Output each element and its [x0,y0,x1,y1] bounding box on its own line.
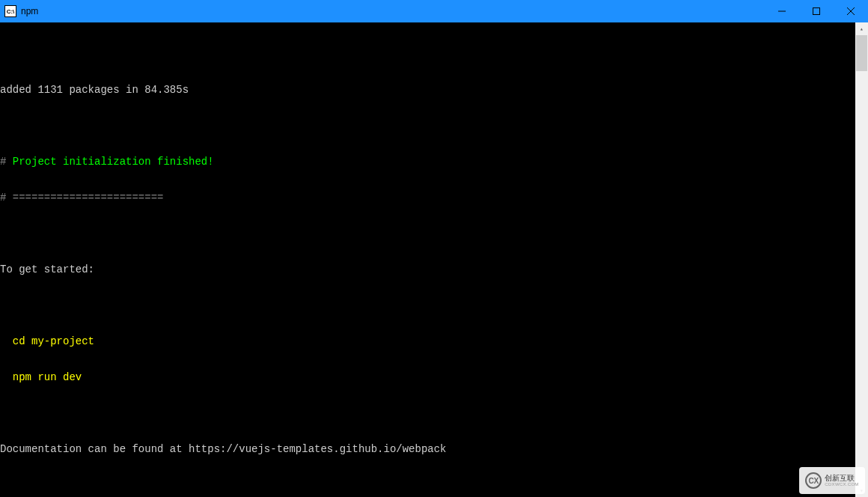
output-line [0,228,855,240]
output-line: # ======================== [0,192,855,204]
output-line: # Project initialization finished! [0,156,855,168]
vertical-scrollbar[interactable]: ▴ ▾ [855,22,868,497]
output-line: Documentation can be found at https://vu… [0,443,855,455]
success-msg: Project initialization finished! [6,156,213,168]
watermark-sub: CDXWCX.COM [825,482,858,487]
watermark-main: 创新互联 [825,474,858,482]
maximize-button[interactable] [799,0,834,22]
output-line [0,120,855,132]
scroll-thumb[interactable] [856,35,867,71]
output-line [0,48,855,60]
output-line [0,407,855,419]
command-hint: cd my-project [0,335,855,347]
window-titlebar[interactable]: C:\ npm [0,0,868,22]
app-icon: C:\ [4,5,16,17]
minimize-button[interactable] [765,0,799,22]
output-line [0,479,855,491]
output-line [0,299,855,311]
terminal-container: added 1131 packages in 84.385s # Project… [0,22,868,497]
maximize-icon [813,7,820,15]
terminal-output[interactable]: added 1131 packages in 84.385s # Project… [0,22,855,497]
scroll-up-button[interactable]: ▴ [855,22,868,35]
watermark-logo-icon: CX [805,472,822,489]
svg-rect-1 [813,8,820,15]
minimize-icon [778,7,786,15]
output-line: added 1131 packages in 84.385s [0,84,855,96]
window-title: npm [21,6,38,16]
command-hint: npm run dev [0,371,855,383]
watermark: CX 创新互联 CDXWCX.COM [799,467,865,494]
close-button[interactable] [834,0,868,22]
output-line: To get started: [0,263,855,275]
close-icon [847,7,855,15]
window-controls [765,0,868,22]
